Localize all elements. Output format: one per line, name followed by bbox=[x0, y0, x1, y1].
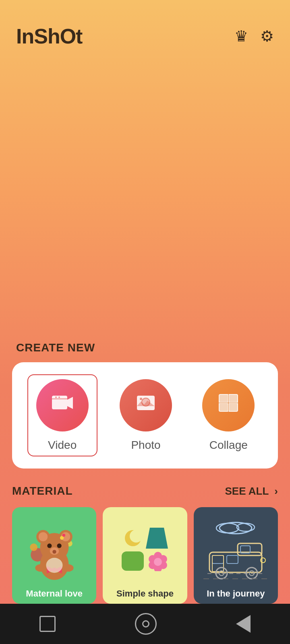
create-collage-item[interactable]: Collage bbox=[194, 375, 263, 456]
simple-shape-label: Simple shape bbox=[103, 588, 187, 599]
create-photo-item[interactable]: Photo bbox=[112, 375, 180, 456]
nav-back-button[interactable] bbox=[39, 616, 56, 632]
crown-icon[interactable]: ♛ bbox=[234, 27, 248, 45]
svg-point-33 bbox=[35, 564, 46, 572]
svg-point-26 bbox=[57, 543, 61, 548]
svg-point-3 bbox=[58, 396, 60, 398]
app-title: InShOt bbox=[16, 24, 82, 48]
svg-point-47 bbox=[154, 558, 162, 566]
material-grid: Maternal love bbox=[12, 507, 278, 604]
svg-rect-11 bbox=[229, 395, 237, 402]
collage-circle bbox=[202, 379, 255, 431]
svg-point-25 bbox=[47, 543, 52, 548]
material-section: MATERIAL SEE ALL › bbox=[0, 485, 290, 604]
create-new-card: Video Photo bbox=[12, 362, 278, 469]
material-card-in-journey[interactable]: In the journey bbox=[194, 507, 278, 604]
svg-point-22 bbox=[38, 532, 47, 541]
svg-rect-13 bbox=[229, 404, 237, 411]
in-journey-label: In the journey bbox=[194, 588, 278, 599]
video-label: Video bbox=[48, 439, 77, 452]
video-circle bbox=[36, 379, 89, 431]
svg-point-48 bbox=[220, 522, 252, 534]
svg-rect-10 bbox=[220, 395, 228, 402]
photo-circle bbox=[120, 379, 172, 431]
material-header: MATERIAL SEE ALL › bbox=[12, 485, 278, 497]
header: InShOt ♛ ⚙ bbox=[0, 0, 290, 56]
settings-icon[interactable]: ⚙ bbox=[260, 27, 274, 45]
svg-point-32 bbox=[46, 558, 62, 573]
create-new-label: CREATE NEW bbox=[0, 341, 290, 362]
photo-label: Photo bbox=[131, 439, 160, 452]
photo-icon bbox=[134, 391, 158, 420]
svg-point-16 bbox=[30, 543, 37, 551]
video-icon bbox=[50, 391, 75, 420]
svg-point-6 bbox=[140, 398, 142, 400]
svg-rect-55 bbox=[212, 555, 224, 564]
nav-back-triangle[interactable] bbox=[236, 615, 251, 633]
create-video-item[interactable]: Video bbox=[27, 374, 97, 456]
svg-rect-56 bbox=[227, 555, 238, 564]
collage-icon bbox=[216, 391, 240, 420]
nav-home-button[interactable] bbox=[135, 613, 157, 635]
material-label: MATERIAL bbox=[12, 485, 73, 497]
simple-shape-illustration bbox=[103, 511, 187, 588]
svg-point-2 bbox=[55, 396, 57, 398]
svg-marker-39 bbox=[146, 528, 168, 549]
svg-rect-40 bbox=[122, 551, 144, 571]
svg-point-36 bbox=[62, 534, 65, 537]
svg-rect-12 bbox=[220, 404, 228, 411]
main-content: InShOt ♛ ⚙ CREATE NEW bbox=[0, 0, 290, 604]
journey-illustration bbox=[194, 511, 278, 588]
svg-point-28 bbox=[52, 550, 56, 553]
see-all-button[interactable]: SEE ALL › bbox=[225, 485, 278, 497]
material-card-simple-shape[interactable]: Simple shape bbox=[103, 507, 187, 604]
nav-home-inner bbox=[142, 620, 149, 627]
header-icons: ♛ ⚙ bbox=[234, 27, 274, 45]
bottom-navigation bbox=[0, 604, 290, 644]
collage-label: Collage bbox=[209, 439, 248, 452]
hero-spacer bbox=[0, 56, 290, 341]
maternal-love-label: Maternal love bbox=[12, 588, 96, 599]
material-card-maternal-love[interactable]: Maternal love bbox=[12, 507, 96, 604]
maternal-love-illustration bbox=[26, 507, 83, 572]
svg-point-34 bbox=[63, 564, 73, 572]
